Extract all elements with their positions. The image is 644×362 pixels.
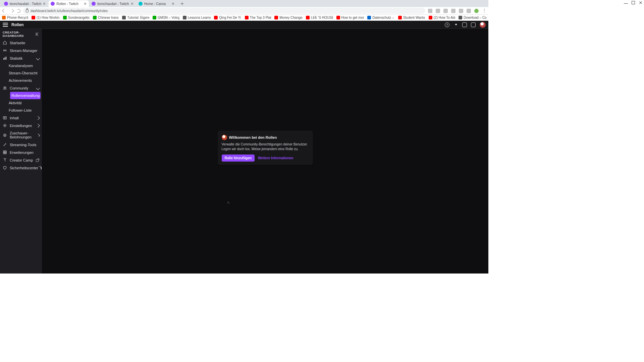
- svg-rect-3: [6, 57, 6, 60]
- twitch-icon: [92, 2, 96, 6]
- svg-rect-12: [3, 153, 5, 154]
- forward-button[interactable]: [9, 8, 14, 13]
- stats-icon: [3, 56, 7, 60]
- sidebar-item-label: Zuschauer-Belohnungen: [10, 131, 35, 139]
- bookmark-item[interactable]: GMSN – Vologda…: [153, 16, 179, 19]
- tab-label: leonchaudari - Twitch: [10, 2, 41, 6]
- bookmark-item[interactable]: Chinese translati…: [93, 16, 119, 19]
- tab[interactable]: Home - Canva: [137, 0, 177, 7]
- close-icon[interactable]: [43, 2, 46, 5]
- address-bar[interactable]: dashboard.twitch.tv/u/leonchaudari/commu…: [23, 8, 425, 14]
- sidebar-item-streaming-tools[interactable]: Streaming-Tools: [0, 141, 42, 148]
- toolbar: dashboard.twitch.tv/u/leonchaudari/commu…: [0, 7, 488, 15]
- sidebar-item-channel-analytics[interactable]: Kanalanalysen: [9, 62, 42, 69]
- bookmark-label: How to get more v…: [341, 16, 364, 19]
- sidebar-header-label: CREATOR-DASHBOARD: [3, 31, 36, 38]
- bookmark-item[interactable]: Tutorial: Eigene F…: [122, 16, 149, 19]
- bookmark-item[interactable]: (1) How Working a…: [32, 16, 60, 19]
- extension-icon[interactable]: [459, 9, 463, 13]
- reload-button[interactable]: [17, 9, 20, 13]
- bookmark-item[interactable]: LEE 'S HOUSE—…: [306, 16, 333, 19]
- sidebar-item-label: Achievements: [9, 78, 32, 82]
- sidebar-item-roles[interactable]: Rollenverwaltung: [10, 92, 41, 99]
- roles-welcome-icon: [222, 135, 227, 140]
- more-info-link[interactable]: Weitere Informationen: [258, 156, 293, 160]
- bookmark-item[interactable]: Money Changes E…: [274, 16, 303, 19]
- sidebar-item-label: Statistik: [10, 56, 23, 60]
- bookmark-item[interactable]: (2) How To Add A…: [429, 16, 455, 19]
- help-icon[interactable]: [445, 22, 449, 27]
- bookmark-item[interactable]: Phone Recycling…: [2, 16, 28, 19]
- svg-point-5: [5, 87, 6, 88]
- bookmark-item[interactable]: Datenschutz – Re…: [367, 16, 394, 19]
- new-tab-button[interactable]: [179, 0, 185, 7]
- sidebar-header: CREATOR-DASHBOARD: [0, 29, 42, 39]
- tools-icon: [3, 142, 7, 147]
- bookmark-item[interactable]: Student Wants an…: [398, 16, 425, 19]
- bookmark-favicon-icon: [32, 16, 35, 19]
- svg-point-7: [4, 125, 5, 126]
- close-icon[interactable]: [130, 2, 134, 5]
- sidebar-item-stats[interactable]: Statistik: [0, 54, 42, 62]
- bookmark-favicon-icon: [122, 16, 126, 19]
- bookmark-item[interactable]: Sonderangebot | …: [63, 16, 90, 19]
- sidebar-item-community[interactable]: Community: [0, 84, 42, 92]
- svg-point-4: [4, 87, 5, 88]
- sidebar-item-rewards[interactable]: Zuschauer-Belohnungen: [0, 129, 42, 141]
- tab-label: Rollen - Twitch: [56, 2, 82, 6]
- bookmark-label: (1) How Working a…: [37, 16, 60, 19]
- bookmark-item[interactable]: Qing Fei De Yi · Y…: [214, 16, 241, 19]
- sidebar-item-creator-camp[interactable]: Creator Camp: [0, 156, 42, 164]
- tab[interactable]: leonchaudari - Twitch: [2, 0, 48, 7]
- tab[interactable]: leonchaudari - Twitch: [90, 0, 136, 7]
- inbox-icon[interactable]: [462, 22, 467, 27]
- extension-icon[interactable]: [467, 9, 471, 13]
- tab[interactable]: Rollen - Twitch: [49, 0, 89, 7]
- bookmark-favicon-icon: [214, 16, 218, 19]
- profile-avatar-icon[interactable]: [474, 9, 479, 13]
- collapse-sidebar-icon[interactable]: [36, 33, 39, 36]
- bookmark-bar: Phone Recycling…(1) How Working a…Sonder…: [0, 15, 488, 21]
- bookmark-item[interactable]: Lessons Learned f…: [183, 16, 211, 19]
- add-role-button[interactable]: Rolle hinzufügen: [222, 155, 255, 162]
- welcome-roles-card: Willkommen bei den Rollen Verwalte die C…: [218, 131, 313, 165]
- share-icon[interactable]: [428, 9, 432, 13]
- svg-point-0: [4, 50, 5, 51]
- close-icon[interactable]: [171, 2, 175, 5]
- bookmark-label: Money Changes E…: [279, 16, 303, 19]
- bookmark-item[interactable]: How to get more v…: [336, 16, 364, 19]
- kebab-menu-icon[interactable]: [482, 9, 486, 13]
- bookmark-favicon-icon: [398, 16, 402, 19]
- content-area: Willkommen bei den Rollen Verwalte die C…: [42, 29, 488, 274]
- stream-icon: [3, 48, 7, 53]
- svg-point-9: [4, 135, 5, 136]
- qr-icon[interactable]: [443, 9, 448, 13]
- sidebar-item-label: Erweiterungen: [10, 150, 34, 155]
- bookmark-star-icon[interactable]: [436, 9, 440, 13]
- sidebar-item-extensions[interactable]: Erweiterungen: [0, 148, 42, 156]
- sidebar-item-activity[interactable]: Aktivität: [9, 99, 42, 107]
- sparkle-icon[interactable]: [453, 22, 458, 27]
- svg-rect-13: [5, 153, 6, 154]
- extension-icon[interactable]: [451, 9, 455, 13]
- chevron-down-icon: [37, 133, 40, 136]
- sidebar-item-settings[interactable]: Einstellungen: [0, 122, 42, 129]
- external-link-icon: [36, 159, 39, 162]
- twitch-icon: [4, 2, 8, 6]
- sidebar-item-stream-overview[interactable]: Stream-Übersicht: [9, 69, 42, 77]
- sidebar-item-achievements[interactable]: Achievements: [9, 77, 42, 84]
- close-icon[interactable]: [84, 2, 87, 5]
- sidebar-item-safety[interactable]: Sicherheitscenter: [0, 164, 42, 172]
- user-avatar-icon[interactable]: [480, 22, 486, 28]
- hamburger-icon[interactable]: [3, 23, 8, 27]
- sidebar-item-content[interactable]: Inhalt: [0, 114, 42, 122]
- bookmark-item[interactable]: Download – Cooki…: [459, 16, 486, 19]
- bookmark-label: Download – Cooki…: [464, 16, 486, 19]
- sidebar-item-home[interactable]: Startseite: [0, 39, 42, 47]
- bookmark-item[interactable]: The Top 3 Platfor…: [245, 16, 271, 19]
- back-button[interactable]: [2, 8, 7, 13]
- whispers-icon[interactable]: [471, 22, 476, 27]
- bookmark-label: Phone Recycling…: [7, 16, 28, 19]
- sidebar-item-followers[interactable]: Follower-Liste: [9, 107, 42, 114]
- sidebar-item-stream-manager[interactable]: Stream-Manager: [0, 47, 42, 54]
